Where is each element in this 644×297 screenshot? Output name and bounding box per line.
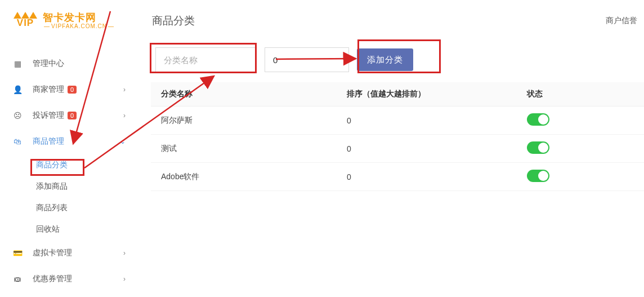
cell-sort: 0: [337, 107, 517, 135]
sidebar-item-label: 商家管理: [33, 85, 64, 95]
brand-logo: VIP 智卡发卡网 VIPFAKA.COM.CN: [12, 7, 115, 33]
logo-mark: VIP: [12, 7, 38, 33]
cell-name: 测试: [151, 135, 337, 163]
sidebar-item-label: 管理中心: [33, 59, 64, 69]
chevron-right-icon: ›: [123, 112, 126, 119]
ticket-icon: 🎟: [12, 274, 23, 283]
sidebar-item-label: 优惠券管理: [33, 274, 72, 284]
cell-status: [517, 163, 644, 191]
chevron-right-icon: ›: [123, 86, 126, 94]
bag-icon: 🛍: [12, 137, 23, 146]
sidebar-item-label: 虚拟卡管理: [33, 248, 72, 258]
badge: 0: [68, 86, 77, 94]
sidebar-sub-add-product[interactable]: 添加商品: [0, 176, 138, 197]
dashboard-icon: ▦: [12, 59, 23, 68]
sidebar-item-merchant[interactable]: 👤 商家管理 0 ›: [0, 77, 138, 103]
table-row: Adobe软件 0: [151, 163, 644, 191]
table-row: 阿尔萨斯 0: [151, 107, 644, 135]
sidebar-item-coupon[interactable]: 🎟 优惠券管理 ›: [0, 266, 138, 292]
category-table: 分类名称 排序（值越大越排前） 状态 阿尔萨斯 0 测试 0 Adobe软件 0: [151, 82, 644, 191]
sad-face-icon: ☹: [12, 111, 23, 120]
sidebar-sub-product-list[interactable]: 商品列表: [0, 197, 138, 219]
sidebar-item-dashboard[interactable]: ▦ 管理中心: [0, 51, 138, 77]
sidebar-sub-recycle[interactable]: 回收站: [0, 219, 138, 240]
sidebar-item-virtualcard[interactable]: 💳 虚拟卡管理 ›: [0, 240, 138, 266]
chevron-down-icon: ⌄: [120, 138, 126, 145]
chevron-right-icon: ›: [123, 249, 126, 257]
sidebar-sub-label: 回收站: [36, 224, 60, 233]
sidebar-item-label: 商品管理: [33, 136, 64, 147]
th-name: 分类名称: [151, 82, 337, 107]
sidebar-sub-label: 商品分类: [36, 160, 68, 169]
category-name-input[interactable]: [155, 47, 257, 72]
cell-status: [517, 107, 644, 135]
status-toggle[interactable]: [527, 170, 549, 182]
add-category-form: 添加分类: [151, 44, 644, 82]
main-panel: 添加分类 分类名称 排序（值越大越排前） 状态 阿尔萨斯 0 测试 0 Adob…: [151, 44, 644, 191]
status-toggle[interactable]: [527, 141, 549, 154]
sidebar-sub-category[interactable]: 商品分类: [0, 154, 138, 176]
sidebar-item-products[interactable]: 🛍 商品管理 ⌄: [0, 128, 138, 154]
cell-status: [517, 135, 644, 163]
sidebar-sub-label: 添加商品: [36, 181, 68, 190]
page-title: 商品分类: [152, 14, 195, 28]
chevron-right-icon: ›: [123, 275, 126, 283]
logo-vip: VIP: [17, 17, 34, 29]
merchant-credit-link[interactable]: 商户信誉: [606, 16, 637, 26]
cell-name: 阿尔萨斯: [151, 107, 337, 135]
user-icon: 👤: [12, 85, 23, 94]
cell-sort: 0: [337, 135, 517, 163]
card-icon: 💳: [12, 249, 23, 258]
sidebar: ▦ 管理中心 👤 商家管理 0 › ☹ 投诉管理 0 › 🛍 商品管理 ⌄ 商品…: [0, 51, 138, 292]
badge: 0: [68, 112, 77, 119]
sidebar-item-complaint[interactable]: ☹ 投诉管理 0 ›: [0, 103, 138, 128]
status-toggle[interactable]: [527, 113, 549, 126]
cell-sort: 0: [337, 163, 517, 191]
logo-text: 智卡发卡网 VIPFAKA.COM.CN: [43, 11, 115, 29]
add-category-button[interactable]: 添加分类: [357, 48, 413, 71]
th-sort: 排序（值越大越排前）: [337, 82, 517, 107]
sidebar-sub-label: 商品列表: [36, 203, 68, 212]
th-status: 状态: [517, 82, 644, 107]
table-row: 测试 0: [151, 135, 644, 163]
category-sort-input[interactable]: [265, 47, 349, 72]
logo-en: VIPFAKA.COM.CN: [43, 23, 115, 29]
sidebar-item-label: 投诉管理: [33, 110, 64, 121]
cell-name: Adobe软件: [151, 163, 337, 191]
logo-zh: 智卡发卡网: [43, 11, 115, 24]
